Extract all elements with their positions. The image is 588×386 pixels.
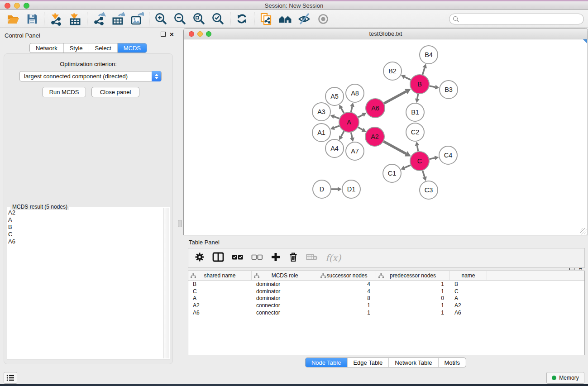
node-label-A7: A7 [351,148,359,155]
graph-edge-C-C1[interactable] [404,165,410,168]
graph-edge-C-C3[interactable] [423,171,425,177]
zoom-out-button[interactable] [171,10,190,28]
open-folder-icon [6,12,20,26]
edge-arrowhead [422,64,427,68]
hide-columns-button[interactable] [251,254,263,262]
tab-select[interactable]: Select [89,43,117,52]
table-row[interactable]: Bdominator41B [188,281,584,288]
window-resize-grip[interactable] [580,228,587,234]
open-session-button[interactable] [4,10,23,28]
table-cell: A [188,295,252,301]
table-row[interactable]: Adominator80A [188,295,584,302]
import-network-button[interactable] [47,10,66,28]
import-table-button[interactable] [66,10,85,28]
show-columns-button[interactable] [232,254,244,262]
export-image-button[interactable] [128,10,147,28]
mcds-result-item[interactable]: B [8,224,15,231]
graph-edge-A-A7[interactable] [351,133,352,138]
fit-content-button[interactable] [190,10,209,28]
tab-network-table[interactable]: Network Table [388,358,438,367]
edge-arrowhead [435,85,440,90]
first-neighbors-button[interactable] [276,10,295,28]
edge-arrowhead [338,187,342,191]
graph-edge-C-C2[interactable] [417,146,418,152]
mcds-result-item[interactable]: C [8,231,15,238]
export-network-button[interactable] [90,10,109,28]
graph-edge-A-A1[interactable] [334,126,339,128]
add-column-button[interactable] [271,252,281,264]
mcds-result-item[interactable]: A [8,216,15,224]
column-header-mcds-role[interactable]: MCDS role [252,271,318,280]
delete-column-button[interactable] [288,252,298,264]
zoom-in-button[interactable] [152,10,171,28]
graph-edge-B-B4[interactable] [422,68,425,75]
graph-edge-A-A3[interactable] [334,117,339,119]
close-panel-button[interactable]: Close panel [91,87,139,97]
table-row[interactable]: A2connector11A2 [188,302,584,309]
task-list-icon [6,374,14,381]
node-label-C2: C2 [411,129,420,136]
graph-edge-A-A8[interactable] [351,106,352,112]
tab-style[interactable]: Style [63,43,89,52]
criterion-value: largest connected component (directed) [24,73,128,80]
tab-edge-table[interactable]: Edge Table [347,358,388,367]
search-input[interactable] [449,14,584,24]
graph-edge-A2-C[interactable] [383,142,406,154]
delete-table-icon [306,253,318,261]
node-label-A5: A5 [330,93,339,100]
table-cell: 1 [376,281,450,287]
delete-table-button[interactable] [306,253,318,263]
apply-layout-button[interactable] [233,10,252,28]
control-panel-tabs: NetworkStyleSelectMCDS [29,43,147,53]
show-all-button[interactable] [314,10,333,28]
mcds-result-item[interactable]: A2 [8,209,15,216]
node-table[interactable]: shared nameMCDS rolesuccessor nodesprede… [188,271,585,355]
run-mcds-button[interactable]: Run MCDS [42,87,86,97]
mcds-result-item[interactable]: A6 [8,238,15,245]
list-scrollbar[interactable] [163,208,169,358]
tab-mcds[interactable]: MCDS [117,43,147,52]
table-row[interactable]: Cdominator41C [188,288,584,295]
graph-edge-A-A4[interactable] [341,131,344,137]
function-builder-button[interactable]: f(x) [325,253,341,263]
graph-edge-A-A6[interactable] [358,115,363,118]
tab-motifs[interactable]: Motifs [438,358,466,367]
float-panel-icon[interactable] [161,32,166,37]
graph-edge-A-A2[interactable] [358,127,363,130]
new-network-from-selection-button[interactable] [257,10,276,28]
node-label-A6: A6 [371,105,379,112]
desktop-background [0,384,588,386]
graph-edge-A6-B[interactable] [384,91,406,103]
graph-edge-B-B1[interactable] [417,94,418,99]
network-canvas[interactable]: AA1A2A3A4A5A6A7A8BB1B2B3B4CC1C2C3C4DD1 [184,39,587,235]
graph-edge-B-B3[interactable] [430,86,435,87]
hide-selected-button[interactable] [295,10,314,28]
save-floppy-icon [26,13,38,25]
graph-edge-C-C4[interactable] [430,158,435,159]
tab-network[interactable]: Network [30,43,63,52]
column-header-successor-nodes[interactable]: successor nodes [318,271,376,280]
export-table-button[interactable] [109,10,128,28]
network-graph: AA1A2A3A4A5A6A7A8BB1B2B3B4CC1C2C3C4DD1 [184,39,587,235]
birdseye-toggle-icon[interactable] [583,39,587,43]
vertical-splitter-grip[interactable] [178,220,182,227]
first-neighbors-houses-icon [278,12,292,26]
table-settings-button[interactable] [195,252,205,264]
save-session-button[interactable] [23,10,42,28]
export-image-icon [130,12,144,26]
column-view-button[interactable] [212,252,224,264]
table-row[interactable]: A6connector11A6 [188,309,584,316]
toolbar-separator [87,12,87,26]
zoom-selected-button[interactable] [209,10,228,28]
task-history-button[interactable] [4,372,17,384]
column-header-shared-name[interactable]: shared name [188,271,252,280]
tab-node-table[interactable]: Node Table [306,358,347,367]
memory-button[interactable]: Memory [546,372,584,384]
criterion-dropdown[interactable]: largest connected component (directed) [19,71,162,81]
graph-edge-B-B2[interactable] [405,77,411,80]
graph-edge-A-A5[interactable] [341,108,344,113]
table-cell: 1 [376,310,450,316]
close-panel-icon[interactable]: × [170,32,174,37]
column-header-name[interactable]: name [450,271,487,280]
column-header-predecessor-nodes[interactable]: predecessor nodes [376,271,450,280]
